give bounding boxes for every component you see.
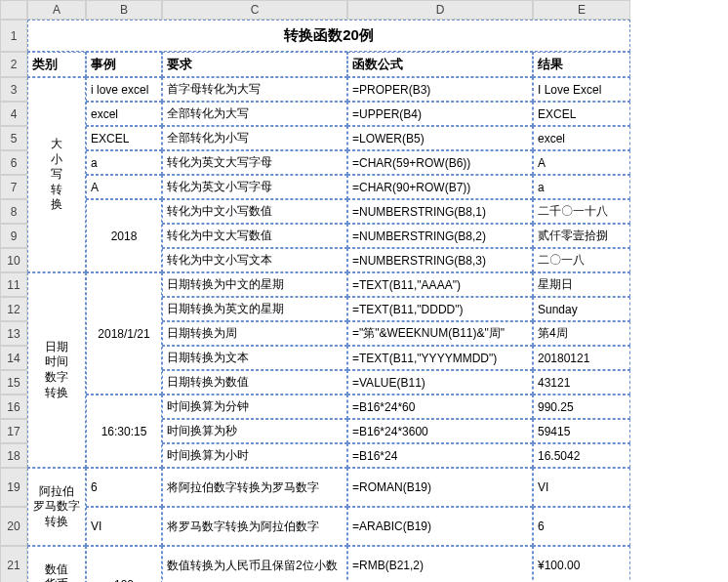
row-header[interactable]: 18	[0, 443, 27, 468]
cell[interactable]: =NUMBERSTRING(B8,3)	[347, 248, 533, 272]
row-header[interactable]: 10	[0, 248, 27, 272]
cell[interactable]: VI	[86, 507, 162, 546]
cell[interactable]: =TEXT(B11,"YYYYMMDD")	[347, 346, 533, 370]
cell[interactable]: =PROPER(B3)	[347, 77, 533, 102]
row-header[interactable]: 6	[0, 150, 27, 175]
cell[interactable]: =NUMBERSTRING(B8,1)	[347, 199, 533, 224]
cell[interactable]: =ROMAN(B19)	[347, 468, 533, 507]
row-header[interactable]: 13	[0, 321, 27, 346]
cell[interactable]: I Love Excel	[533, 77, 630, 102]
row-header[interactable]: 17	[0, 419, 27, 443]
col-header[interactable]: A	[27, 0, 86, 20]
category-roman[interactable]: 阿拉伯罗马数字转换	[27, 468, 86, 546]
header-example[interactable]: 事例	[86, 52, 162, 77]
cell[interactable]: 全部转化为小写	[162, 126, 347, 150]
col-header[interactable]: E	[533, 0, 630, 20]
cell[interactable]: =RMB(B21,2)	[347, 546, 533, 582]
cell[interactable]: =TEXT(B11,"AAAA")	[347, 272, 533, 297]
category-money[interactable]: 数值货币转换	[27, 546, 86, 582]
cell[interactable]: =B16*24	[347, 443, 533, 468]
cell[interactable]: 二〇一八	[533, 248, 630, 272]
cell[interactable]: 转化为英文大写字母	[162, 150, 347, 175]
row-header[interactable]: 19	[0, 468, 27, 507]
cell[interactable]: 二千〇一十八	[533, 199, 630, 224]
row-header[interactable]: 1	[0, 20, 27, 52]
cell[interactable]: =CHAR(90+ROW(B7))	[347, 175, 533, 199]
row-header[interactable]: 12	[0, 297, 27, 321]
cell[interactable]: =UPPER(B4)	[347, 102, 533, 126]
cell[interactable]: 转化为中文小写数值	[162, 199, 347, 224]
cell[interactable]: 贰仟零壹拾捌	[533, 224, 630, 248]
cell-merged[interactable]: 100	[86, 546, 162, 582]
header-formula[interactable]: 函数公式	[347, 52, 533, 77]
cell[interactable]: =CHAR(59+ROW(B6))	[347, 150, 533, 175]
cell-merged[interactable]: 2018/1/21	[86, 272, 162, 395]
category-case[interactable]: 大小写转换	[27, 77, 86, 272]
cell[interactable]: 日期转换为周	[162, 321, 347, 346]
corner-cell[interactable]	[0, 0, 27, 20]
cell[interactable]: 59415	[533, 419, 630, 443]
row-header[interactable]: 4	[0, 102, 27, 126]
col-header[interactable]: B	[86, 0, 162, 20]
cell[interactable]: 将罗马数字转换为阿拉伯数字	[162, 507, 347, 546]
cell[interactable]: =LOWER(B5)	[347, 126, 533, 150]
cell[interactable]: 全部转化为大写	[162, 102, 347, 126]
row-header[interactable]: 3	[0, 77, 27, 102]
cell[interactable]: 数值转换为人民币且保留2位小数	[162, 546, 347, 582]
cell[interactable]: EXCEL	[86, 126, 162, 150]
cell[interactable]: A	[86, 175, 162, 199]
cell[interactable]: VI	[533, 468, 630, 507]
row-header[interactable]: 5	[0, 126, 27, 150]
cell[interactable]: =VALUE(B11)	[347, 370, 533, 395]
cell[interactable]: =B16*24*3600	[347, 419, 533, 443]
cell[interactable]: 日期转换为英文的星期	[162, 297, 347, 321]
header-result[interactable]: 结果	[533, 52, 630, 77]
cell[interactable]: 第4周	[533, 321, 630, 346]
cell[interactable]: EXCEL	[533, 102, 630, 126]
cell[interactable]: 20180121	[533, 346, 630, 370]
cell[interactable]: i love excel	[86, 77, 162, 102]
cell[interactable]: ="第"&WEEKNUM(B11)&"周"	[347, 321, 533, 346]
row-header[interactable]: 14	[0, 346, 27, 370]
cell[interactable]: 将阿拉伯数字转换为罗马数字	[162, 468, 347, 507]
cell[interactable]: 转化为中文小写文本	[162, 248, 347, 272]
sheet-title[interactable]: 转换函数20例	[27, 20, 630, 52]
col-header[interactable]: C	[162, 0, 347, 20]
cell[interactable]: Sunday	[533, 297, 630, 321]
cell[interactable]: 日期转换为文本	[162, 346, 347, 370]
cell[interactable]: 星期日	[533, 272, 630, 297]
cell[interactable]: 日期转换为数值	[162, 370, 347, 395]
cell[interactable]: 6	[86, 468, 162, 507]
cell[interactable]: 转化为中文大写数值	[162, 224, 347, 248]
cell[interactable]: 时间换算为分钟	[162, 395, 347, 419]
row-header[interactable]: 11	[0, 272, 27, 297]
cell[interactable]: excel	[533, 126, 630, 150]
row-header[interactable]: 15	[0, 370, 27, 395]
cell-merged[interactable]: 16:30:15	[86, 395, 162, 468]
cell[interactable]: a	[86, 150, 162, 175]
cell[interactable]: a	[533, 175, 630, 199]
row-header[interactable]: 16	[0, 395, 27, 419]
row-header[interactable]: 7	[0, 175, 27, 199]
cell[interactable]: 990.25	[533, 395, 630, 419]
row-header[interactable]: 20	[0, 507, 27, 546]
cell[interactable]: 16.5042	[533, 443, 630, 468]
header-requirement[interactable]: 要求	[162, 52, 347, 77]
cell[interactable]: ¥100.00	[533, 546, 630, 582]
cell[interactable]: 43121	[533, 370, 630, 395]
row-header[interactable]: 21	[0, 546, 27, 582]
row-header[interactable]: 8	[0, 199, 27, 224]
row-header[interactable]: 9	[0, 224, 27, 248]
header-category[interactable]: 类别	[27, 52, 86, 77]
cell[interactable]: =NUMBERSTRING(B8,2)	[347, 224, 533, 248]
cell[interactable]: =B16*24*60	[347, 395, 533, 419]
cell[interactable]: excel	[86, 102, 162, 126]
category-date[interactable]: 日期时间数字转换	[27, 272, 86, 468]
cell[interactable]: 首字母转化为大写	[162, 77, 347, 102]
row-header[interactable]: 2	[0, 52, 27, 77]
col-header[interactable]: D	[347, 0, 533, 20]
cell[interactable]: A	[533, 150, 630, 175]
cell-merged[interactable]: 2018	[86, 199, 162, 272]
cell[interactable]: 6	[533, 507, 630, 546]
cell[interactable]: =ARABIC(B19)	[347, 507, 533, 546]
